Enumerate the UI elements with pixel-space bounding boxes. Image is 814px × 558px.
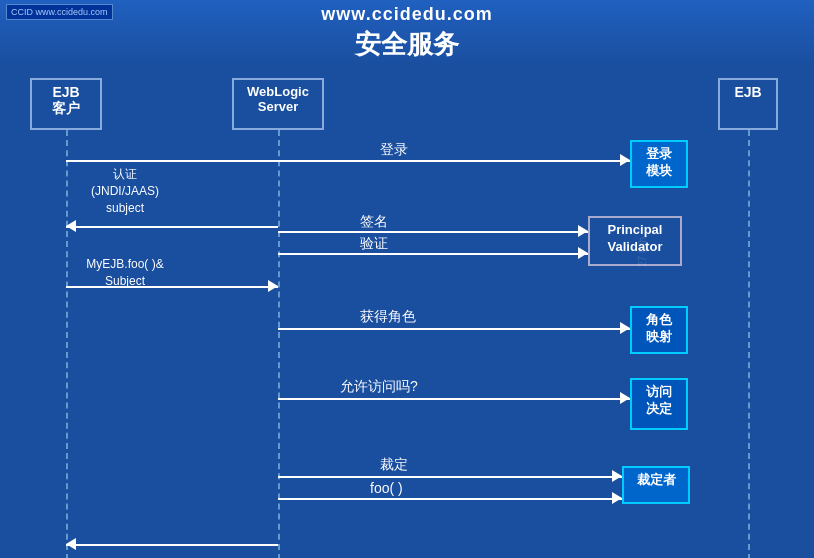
arrow-bottom-return-line bbox=[66, 544, 278, 546]
label-sign: 签名 bbox=[360, 213, 388, 231]
arrow-access-head bbox=[620, 392, 630, 404]
label-foo: foo( ) bbox=[370, 480, 403, 496]
arrow-login-line bbox=[278, 160, 630, 162]
arrow-access-line bbox=[278, 398, 630, 400]
arrow-back-1-head bbox=[66, 220, 76, 232]
label-access: 允许访问吗? bbox=[340, 378, 418, 396]
lifeline-weblogic-line bbox=[278, 130, 280, 558]
arrow-adjudicate-head bbox=[612, 470, 622, 482]
arrow-verify-line bbox=[278, 253, 588, 255]
arrow-foo-line bbox=[278, 498, 622, 500]
lifeline-ejb-right: EJB bbox=[718, 78, 778, 130]
annotation-jndi: 认证(JNDI/JAAS)subject bbox=[60, 166, 190, 216]
watermark-label: 27 lath bbox=[637, 237, 648, 267]
arrow-login-left-line bbox=[66, 160, 278, 162]
diagram-area: EJB客户 WebLogicServer EJB 登录模块 PrincipalV… bbox=[0, 78, 814, 558]
label-role: 获得角色 bbox=[360, 308, 416, 326]
action-login-module: 登录模块 bbox=[630, 140, 688, 188]
arrow-fwd-2-head bbox=[268, 280, 278, 292]
arrow-bottom-return-head bbox=[66, 538, 76, 550]
site-url: www.ccidedu.com bbox=[0, 4, 814, 25]
lifeline-weblogic: WebLogicServer bbox=[232, 78, 324, 130]
arrow-back-1-line bbox=[66, 226, 278, 228]
arrow-role-head bbox=[620, 322, 630, 334]
action-adjudicator: 裁定者 bbox=[622, 466, 690, 504]
arrow-foo-head bbox=[612, 492, 622, 504]
action-role-mapping: 角色映射 bbox=[630, 306, 688, 354]
arrow-role-line bbox=[278, 328, 630, 330]
arrow-adjudicate-line bbox=[278, 476, 622, 478]
arrow-verify-head bbox=[578, 247, 588, 259]
logo-text: CCID www.ccidedu.com bbox=[6, 4, 113, 20]
label-verify: 验证 bbox=[360, 235, 388, 253]
arrow-sign-line bbox=[278, 231, 588, 233]
action-principal-validator: PrincipalValidator bbox=[588, 216, 682, 266]
arrow-sign-head bbox=[578, 225, 588, 237]
lifeline-ejb-client: EJB客户 bbox=[30, 78, 102, 130]
label-login: 登录 bbox=[380, 141, 408, 159]
action-access-decision: 访问决定 bbox=[630, 378, 688, 430]
page-title: 安全服务 bbox=[0, 27, 814, 62]
lifeline-ejb-right-line bbox=[748, 130, 750, 558]
header: CCID www.ccidedu.com www.ccidedu.com 安全服… bbox=[0, 0, 814, 64]
label-adjudicate: 裁定 bbox=[380, 456, 408, 474]
arrow-login-head bbox=[620, 154, 630, 166]
annotation-myejb: MyEJB.foo( )&Subject bbox=[60, 256, 190, 290]
